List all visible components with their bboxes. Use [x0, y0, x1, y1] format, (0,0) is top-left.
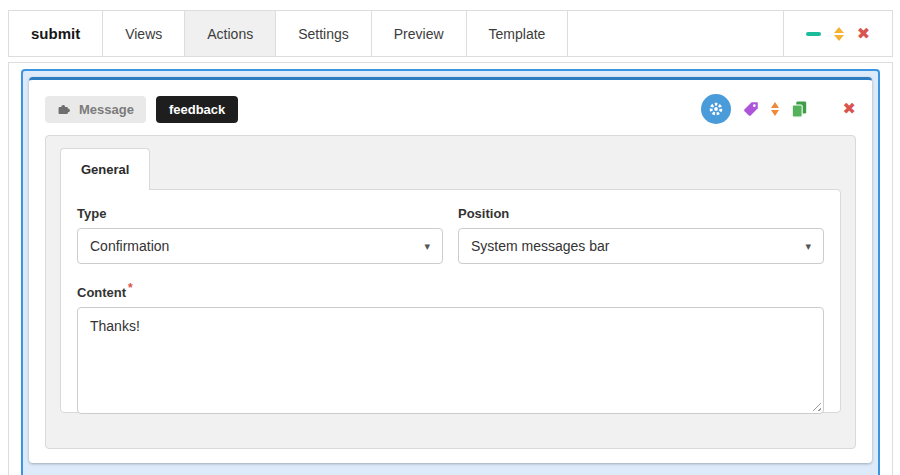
actions-panel: Message feedback	[8, 62, 893, 475]
form-name-tab[interactable]: submit	[9, 11, 103, 56]
content-textarea-value: Thanks!	[90, 318, 140, 334]
tab-template[interactable]: Template	[467, 11, 569, 56]
selected-action-wrapper: Message feedback	[21, 69, 880, 475]
position-label: Position	[458, 206, 824, 221]
close-icon[interactable]: ✖	[857, 26, 870, 42]
general-tab-content: Type Confirmation ▾ Position System mess…	[60, 189, 841, 413]
position-select-value: System messages bar	[471, 238, 610, 254]
content-textarea[interactable]: Thanks!	[77, 307, 824, 414]
tab-settings[interactable]: Settings	[276, 11, 372, 56]
type-select[interactable]: Confirmation ▾	[77, 228, 443, 264]
type-select-value: Confirmation	[90, 238, 169, 254]
tab-actions[interactable]: Actions	[185, 11, 276, 56]
window-controls: ✖	[783, 11, 892, 56]
caret-down-icon: ▾	[424, 240, 430, 253]
reorder-icon[interactable]	[834, 27, 844, 41]
action-card: Message feedback	[29, 77, 872, 463]
delete-icon[interactable]: ✖	[843, 101, 856, 117]
resize-handle-icon[interactable]	[811, 401, 821, 411]
action-toolbar: ✖	[701, 94, 856, 124]
tab-preview[interactable]: Preview	[372, 11, 467, 56]
sort-icon[interactable]	[771, 102, 779, 116]
required-asterisk: *	[128, 281, 133, 295]
copy-icon[interactable]	[790, 100, 808, 119]
content-label-text: Content	[77, 285, 126, 300]
content-label: Content*	[77, 281, 824, 300]
gear-icon[interactable]	[701, 94, 731, 124]
type-label: Type	[77, 206, 443, 221]
tabbar-spacer	[568, 11, 783, 56]
action-type-badge: Message	[45, 96, 146, 123]
tab-views[interactable]: Views	[103, 11, 185, 56]
minimize-icon[interactable]	[806, 32, 821, 36]
caret-down-icon: ▾	[805, 240, 811, 253]
action-type-label: Message	[79, 102, 134, 117]
position-select[interactable]: System messages bar ▾	[458, 228, 824, 264]
action-name-badge: feedback	[156, 96, 238, 123]
puzzle-icon	[57, 102, 71, 116]
tab-general[interactable]: General	[60, 148, 150, 190]
action-card-header: Message feedback	[29, 80, 872, 124]
top-tab-bar: submit Views Actions Settings Preview Te…	[8, 10, 893, 57]
tag-icon[interactable]	[742, 100, 760, 118]
action-editor-panel: General Type Confirmation ▾ Position	[45, 135, 856, 449]
